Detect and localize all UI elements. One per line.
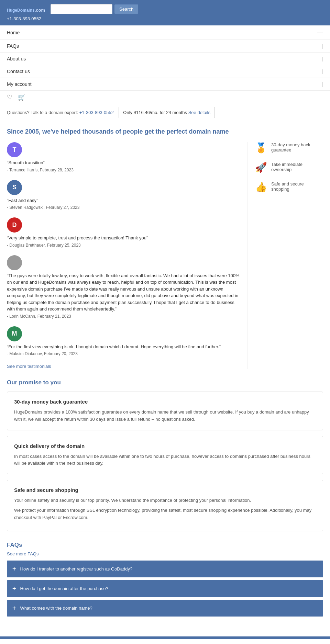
promise-card-3-para1: Your online safety and security is our t… xyxy=(14,497,316,504)
faq-item-3[interactable]: + What comes with the domain name? xyxy=(7,600,323,617)
logo-text: HugeDomains xyxy=(7,8,35,13)
guarantee-secure-label: Safe and secure shopping xyxy=(271,181,323,192)
testimonial-4: The guys were totally low-key, easy to w… xyxy=(7,255,241,319)
avatar-4 xyxy=(7,255,22,270)
author-2: - Steven Radgowski, February 27, 2023 xyxy=(7,205,241,210)
promise-card-money-back: 30-day money back guarantee HugeDomains … xyxy=(7,392,323,430)
quote-5: For the first view everything is ok. I b… xyxy=(7,343,241,350)
faqs-section: FAQs See more FAQs + How do I transfer t… xyxy=(7,542,323,617)
author-1: - Terrance Harris, February 28, 2023 xyxy=(7,168,241,172)
nav-about[interactable]: About us | xyxy=(0,53,330,65)
promise-card-1-text: HugeDomains provides a 100% satisfaction… xyxy=(14,409,316,423)
author-5: - Maksim Diakonov, February 20, 2023 xyxy=(7,351,241,356)
header-top: HugeDomains.com Search xyxy=(7,4,323,14)
testimonials-column: T Smooth transition - Terrance Harris, F… xyxy=(7,142,248,369)
promise-card-safe: Safe and secure shopping Your online saf… xyxy=(7,480,323,531)
see-more-testimonials-link[interactable]: See more testimonials xyxy=(7,364,241,369)
nav-divider-account: | xyxy=(322,81,323,87)
faq-plus-3: + xyxy=(12,605,16,612)
nav-account[interactable]: My account | xyxy=(0,78,330,91)
testimonial-1: T Smooth transition - Terrance Harris, F… xyxy=(7,142,241,172)
guarantee-column: 🏅 30-day money back guarantee 🚀 Take imm… xyxy=(248,142,323,369)
guarantee-money-back-label: 30-day money back guarantee xyxy=(271,142,323,152)
footer-bar xyxy=(0,636,330,639)
questions-phone[interactable]: +1-303-893-0552 xyxy=(79,110,114,115)
nav-contact[interactable]: Contact us | xyxy=(0,65,330,78)
questions-text: Questions? Talk to a domain expert: xyxy=(7,110,78,115)
quote-2: Fast and easy xyxy=(7,197,241,204)
nav-divider-faqs: | xyxy=(322,43,323,49)
promise-card-2-title: Quick delivery of the domain xyxy=(14,443,316,449)
promise-card-3-title: Safe and secure shopping xyxy=(14,487,316,493)
quote-4: The guys were totally low-key, easy to w… xyxy=(7,272,241,313)
ownership-icon: 🚀 xyxy=(255,162,267,173)
faq-question-1: How do I transfer to another registrar s… xyxy=(20,566,133,572)
promise-card-3-para2: We protect your information through SSL … xyxy=(14,507,316,521)
avatar-1: T xyxy=(7,142,22,157)
questions-bar: Questions? Talk to a domain expert: +1-3… xyxy=(0,104,330,121)
reviews-guarantees-row: T Smooth transition - Terrance Harris, F… xyxy=(7,142,323,369)
promise-title: Our promise to you xyxy=(7,379,323,386)
faq-question-2: How do I get the domain after the purcha… xyxy=(20,586,109,591)
nav-divider-about: | xyxy=(322,56,323,61)
faq-item-1[interactable]: + How do I transfer to another registrar… xyxy=(7,561,323,577)
header: HugeDomains.com Search +1-303-893-0552 xyxy=(0,0,330,25)
faq-plus-2: + xyxy=(12,585,16,592)
promise-section: Our promise to you 30-day money back gua… xyxy=(7,379,323,531)
faq-question-3: What comes with the domain name? xyxy=(20,606,92,611)
quote-1: Smooth transition xyxy=(7,159,241,166)
guarantee-ownership: 🚀 Take immediate ownership xyxy=(255,162,323,173)
author-3: - Douglas Bretthauer, February 25, 2023 xyxy=(7,243,241,248)
author-4: - Lorin McCann, February 21, 2023 xyxy=(7,314,241,319)
see-more-faqs-link[interactable]: See more FAQs xyxy=(7,551,323,556)
search-form: Search xyxy=(51,4,138,14)
heart-icon[interactable]: ♡ xyxy=(7,93,12,101)
logo-suffix: .com xyxy=(35,8,45,13)
promise-card-delivery: Quick delivery of the domain In most cas… xyxy=(7,436,323,475)
money-back-icon: 🏅 xyxy=(255,142,267,154)
avatar-5: M xyxy=(7,326,22,341)
promise-card-1-title: 30-day money back guarantee xyxy=(14,399,316,405)
nav-divider-home: — xyxy=(317,29,323,36)
guarantee-money-back: 🏅 30-day money back guarantee xyxy=(255,142,323,154)
quote-3: Very simple to complete, trust and proce… xyxy=(7,235,241,241)
tooltip-link[interactable]: See details xyxy=(188,110,210,115)
faq-item-2[interactable]: + How do I get the domain after the purc… xyxy=(7,580,323,597)
faqs-title: FAQs xyxy=(7,542,323,549)
guarantee-ownership-label: Take immediate ownership xyxy=(271,162,323,172)
nav-home[interactable]: Home — xyxy=(0,25,330,40)
navigation: Home — FAQs | About us | Contact us | My… xyxy=(0,25,330,104)
testimonial-2: S Fast and easy - Steven Radgowski, Febr… xyxy=(7,180,241,210)
promise-card-3-text: Your online safety and security is our t… xyxy=(14,497,316,521)
nav-faqs[interactable]: FAQs | xyxy=(0,40,330,53)
since-title: Since 2005, we've helped thousands of pe… xyxy=(7,128,323,135)
tooltip-text: Only $116.46/mo. for 24 months xyxy=(123,110,187,115)
header-phone: +1-303-893-0552 xyxy=(7,16,323,21)
faq-plus-1: + xyxy=(12,565,16,573)
main-content: Since 2005, we've helped thousands of pe… xyxy=(0,121,330,626)
nav-icon-bar: ♡ 🛒 xyxy=(0,91,330,104)
avatar-3: D xyxy=(7,217,22,233)
guarantee-secure: 👍 Safe and secure shopping xyxy=(255,181,323,193)
secure-icon: 👍 xyxy=(255,181,267,193)
cart-icon[interactable]: 🛒 xyxy=(18,93,25,101)
search-input[interactable] xyxy=(51,4,112,14)
testimonial-3: D Very simple to complete, trust and pro… xyxy=(7,217,241,248)
search-button[interactable]: Search xyxy=(114,4,138,14)
tooltip-popup: Only $116.46/mo. for 24 months See detai… xyxy=(119,107,215,118)
testimonial-5: M For the first view everything is ok. I… xyxy=(7,326,241,357)
nav-divider-contact: | xyxy=(322,69,323,74)
logo: HugeDomains.com xyxy=(7,5,45,14)
promise-card-2-text: In most cases access to the domain will … xyxy=(14,453,316,467)
avatar-2: S xyxy=(7,180,22,195)
